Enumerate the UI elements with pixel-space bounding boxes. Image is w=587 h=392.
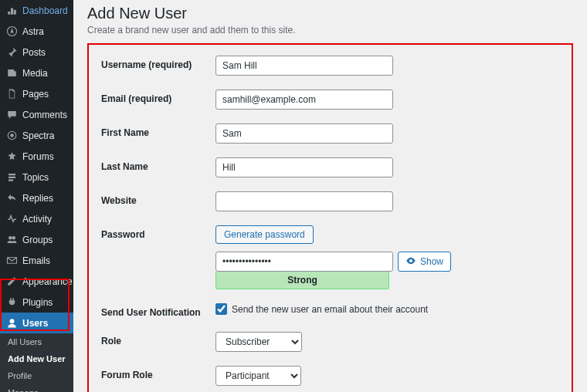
notify-check-label: Send the new user an email about their a… <box>232 304 428 315</box>
generate-password-button[interactable]: Generate password <box>215 225 314 244</box>
submenu-profile[interactable]: Profile <box>0 367 73 384</box>
sidebar-item-users[interactable]: Users <box>0 313 73 333</box>
svg-point-3 <box>8 236 12 240</box>
sidebar-item-replies[interactable]: Replies <box>0 188 73 208</box>
plugins-icon <box>6 296 18 308</box>
email-input[interactable] <box>215 90 393 110</box>
forums-icon <box>6 150 18 162</box>
sidebar-item-label: Forums <box>22 151 54 162</box>
sidebar-item-forums[interactable]: Forums <box>0 146 73 167</box>
username-input[interactable] <box>215 56 393 76</box>
notify-label: Send User Notification <box>101 303 215 318</box>
pages-icon <box>6 88 18 100</box>
forum-role-select[interactable]: Participant <box>215 366 301 386</box>
pin-icon <box>6 46 18 58</box>
lastname-input[interactable] <box>215 157 393 177</box>
topics-icon <box>6 171 18 183</box>
sidebar-item-label: Topics <box>22 172 49 183</box>
sidebar-item-label: Astra <box>22 26 44 37</box>
media-icon <box>6 67 18 79</box>
svg-point-2 <box>10 133 14 137</box>
firstname-input[interactable] <box>215 123 393 144</box>
firstname-label: First Name <box>101 123 215 138</box>
notify-check-wrap[interactable]: Send the new user an email about their a… <box>215 303 559 315</box>
eye-icon <box>405 255 416 269</box>
svg-point-5 <box>10 319 15 323</box>
page-description: Create a brand new user and add them to … <box>87 25 573 35</box>
role-label: Role <box>101 332 215 346</box>
sidebar-item-topics[interactable]: Topics <box>0 167 73 188</box>
main-content: Add New User Create a brand new user and… <box>73 0 587 392</box>
replies-icon <box>6 192 18 204</box>
activity-icon <box>6 213 18 225</box>
show-button-label: Show <box>420 256 443 267</box>
sidebar-item-label: Activity <box>22 214 52 225</box>
sidebar-item-label: Dashboard <box>22 5 68 16</box>
username-label: Username (required) <box>101 56 215 70</box>
password-strength: Strong <box>215 272 389 289</box>
sidebar-item-label: Plugins <box>22 297 53 308</box>
role-select[interactable]: Subscriber <box>215 332 302 352</box>
sidebar-item-emails[interactable]: Emails <box>0 250 73 271</box>
astra-icon <box>6 25 18 37</box>
emails-icon <box>6 255 18 266</box>
sidebar-item-label: Media <box>22 68 48 79</box>
password-label: Password <box>101 225 215 240</box>
sidebar-item-label: Spectra <box>22 130 54 141</box>
password-input[interactable] <box>215 252 393 272</box>
sidebar-item-plugins[interactable]: Plugins <box>0 292 73 313</box>
svg-point-4 <box>12 236 16 240</box>
sidebar-item-label: Appearance <box>22 276 73 287</box>
admin-sidebar: Dashboard Astra Posts Media Pages Commen… <box>0 0 73 392</box>
sidebar-item-appearance[interactable]: Appearance <box>0 271 73 292</box>
sidebar-item-label: Replies <box>22 193 53 204</box>
sidebar-item-label: Emails <box>22 255 50 266</box>
sidebar-item-media[interactable]: Media <box>0 63 73 83</box>
sidebar-item-label: Users <box>22 318 48 329</box>
sidebar-item-spectra[interactable]: Spectra <box>0 125 73 146</box>
sidebar-item-posts[interactable]: Posts <box>0 42 73 63</box>
show-password-button[interactable]: Show <box>398 252 451 272</box>
page-title: Add New User <box>87 0 573 25</box>
appearance-icon <box>6 275 18 287</box>
add-user-form: Username (required) Email (required) Fir… <box>87 43 573 392</box>
sidebar-item-label: Posts <box>22 47 46 58</box>
users-icon <box>6 317 18 329</box>
sidebar-item-dashboard[interactable]: Dashboard <box>0 0 73 21</box>
sidebar-item-activity[interactable]: Activity <box>0 208 73 229</box>
lastname-label: Last Name <box>101 157 215 172</box>
spectra-icon <box>6 130 18 141</box>
sidebar-item-label: Groups <box>22 235 53 245</box>
notify-checkbox[interactable] <box>215 303 227 315</box>
submenu-manage-signups[interactable]: Manage Signups <box>0 384 73 392</box>
sidebar-item-pages[interactable]: Pages <box>0 83 73 104</box>
sidebar-item-comments[interactable]: Comments <box>0 104 73 125</box>
comment-icon <box>6 109 18 120</box>
sidebar-submenu: All Users Add New User Profile Manage Si… <box>0 333 73 392</box>
sidebar-item-label: Pages <box>22 89 49 100</box>
sidebar-item-label: Comments <box>22 110 67 120</box>
sidebar-item-astra[interactable]: Astra <box>0 21 73 42</box>
submenu-add-new-user[interactable]: Add New User <box>0 350 73 367</box>
website-label: Website <box>101 191 215 206</box>
submenu-all-users[interactable]: All Users <box>0 333 73 350</box>
dashboard-icon <box>6 5 18 16</box>
website-input[interactable] <box>215 191 393 211</box>
forum-role-label: Forum Role <box>101 366 215 380</box>
email-label: Email (required) <box>101 90 215 104</box>
sidebar-item-groups[interactable]: Groups <box>0 229 73 250</box>
groups-icon <box>6 234 18 245</box>
